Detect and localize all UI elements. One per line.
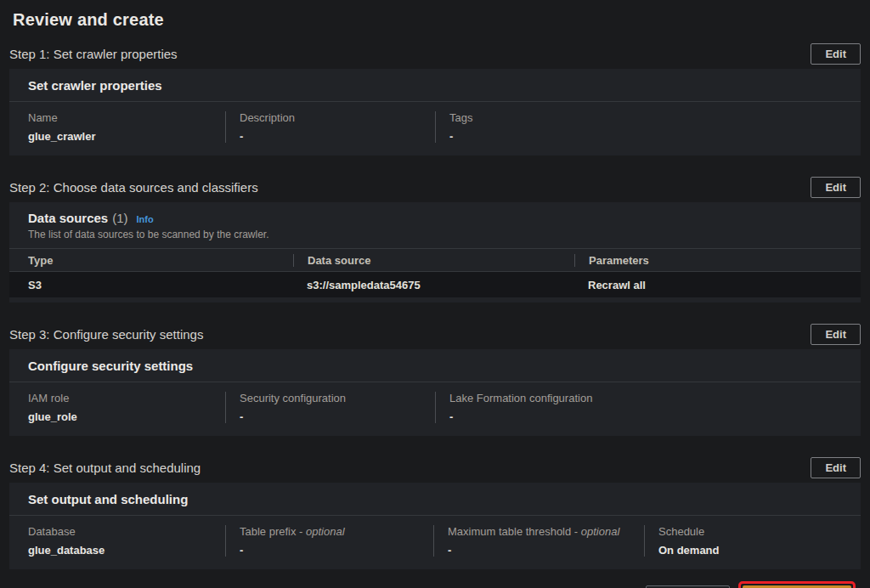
data-sources-table-header: Type Data source Parameters xyxy=(9,248,861,272)
field-value: glue_crawler xyxy=(28,130,225,143)
field-label: Lake Formation configuration xyxy=(449,392,861,404)
field-label: Tags xyxy=(449,111,861,124)
field-iam-role: IAM role glue_role xyxy=(9,392,225,423)
page-title: Review and create xyxy=(13,10,861,30)
field-value: - xyxy=(448,544,644,557)
step3-card: Configure security settings IAM role glu… xyxy=(9,349,861,436)
data-sources-title: Data sources xyxy=(28,211,108,225)
cell-type: S3 xyxy=(9,279,293,291)
step4-label: Step 4: Set output and scheduling xyxy=(9,461,201,475)
field-value: glue_role xyxy=(28,410,225,423)
field-value: On demand xyxy=(658,544,861,557)
step3-edit-button[interactable]: Edit xyxy=(811,324,861,345)
step1-label: Step 1: Set crawler properties xyxy=(9,47,178,61)
step1-section: Step 1: Set crawler properties Edit Set … xyxy=(9,43,861,155)
step2-card: Data sources (1) Info The list of data s… xyxy=(9,202,861,302)
field-table-prefix: Table prefix - optional - xyxy=(225,525,433,557)
field-label: IAM role xyxy=(28,392,225,404)
field-label: Schedule xyxy=(658,525,861,538)
field-label: Security configuration xyxy=(240,392,435,404)
table-row: S3 s3://sampledata54675 Recrawl all xyxy=(9,272,861,297)
review-and-create-page: Review and create Step 1: Set crawler pr… xyxy=(0,0,870,588)
step1-edit-button[interactable]: Edit xyxy=(811,43,861,65)
cell-parameters: Recrawl all xyxy=(574,279,861,291)
previous-button[interactable]: Previous xyxy=(646,585,730,588)
step1-card-title: Set crawler properties xyxy=(9,69,861,101)
footer-actions: Cancel Previous Create crawler xyxy=(9,581,861,588)
step3-section: Step 3: Configure security settings Edit… xyxy=(9,324,861,436)
column-header-parameters: Parameters xyxy=(574,254,861,267)
column-header-data-source: Data source xyxy=(293,254,574,267)
field-label: Table prefix - optional xyxy=(240,525,433,538)
column-header-type: Type xyxy=(9,254,293,267)
field-label: Database xyxy=(28,525,225,538)
field-name: Name glue_crawler xyxy=(9,111,225,143)
field-database: Database glue_database xyxy=(9,525,225,557)
step4-section: Step 4: Set output and scheduling Edit S… xyxy=(9,457,861,569)
field-schedule: Schedule On demand xyxy=(644,525,861,557)
field-description: Description - xyxy=(225,111,435,143)
step4-edit-button[interactable]: Edit xyxy=(811,457,861,478)
field-maximum-table-threshold: Maximum table threshold - optional - xyxy=(433,525,644,557)
field-label: Description xyxy=(240,111,435,124)
step3-label: Step 3: Configure security settings xyxy=(9,327,203,342)
step4-card-title: Set output and scheduling xyxy=(9,483,861,515)
annotation-highlight: Create crawler xyxy=(738,581,856,588)
field-label: Maximum table threshold - optional xyxy=(448,525,644,538)
step1-card: Set crawler properties Name glue_crawler… xyxy=(9,69,861,155)
field-label: Name xyxy=(28,111,225,124)
field-value: - xyxy=(449,130,861,143)
data-sources-description: The list of data sources to be scanned b… xyxy=(28,229,847,240)
step2-section: Step 2: Choose data sources and classifi… xyxy=(9,177,861,302)
field-tags: Tags - xyxy=(435,111,861,143)
field-security-configuration: Security configuration - xyxy=(225,392,435,423)
field-value: - xyxy=(240,130,435,143)
field-value: glue_database xyxy=(28,544,225,557)
field-lake-formation-configuration: Lake Formation configuration - xyxy=(435,392,861,423)
data-sources-count: (1) xyxy=(112,211,127,225)
field-value: - xyxy=(240,544,433,557)
step2-edit-button[interactable]: Edit xyxy=(811,177,861,198)
step4-card: Set output and scheduling Database glue_… xyxy=(9,483,861,569)
cell-data-source: s3://sampledata54675 xyxy=(293,279,574,291)
info-link[interactable]: Info xyxy=(137,214,154,224)
field-value: - xyxy=(449,410,861,423)
step2-label: Step 2: Choose data sources and classifi… xyxy=(9,180,258,195)
step3-card-title: Configure security settings xyxy=(9,349,861,382)
field-value: - xyxy=(240,410,435,423)
